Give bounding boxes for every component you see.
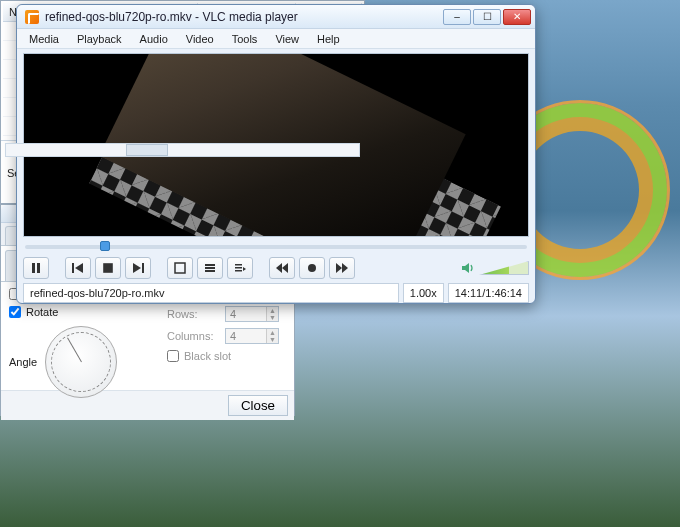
menu-media[interactable]: Media: [21, 31, 67, 47]
volume-control[interactable]: [461, 261, 529, 275]
chevron-up-icon[interactable]: ▲: [266, 307, 278, 314]
close-button[interactable]: ✕: [503, 9, 531, 25]
slower-button[interactable]: [269, 257, 295, 279]
svg-marker-16: [282, 263, 288, 273]
svg-rect-13: [235, 270, 242, 272]
window-title: refined-qos-blu720p-ro.mkv - VLC media p…: [45, 10, 437, 24]
svg-rect-12: [235, 267, 242, 269]
faster-button[interactable]: [329, 257, 355, 279]
svg-marker-15: [276, 263, 282, 273]
status-time[interactable]: 14:11/1:46:14: [448, 283, 529, 303]
angle-dial[interactable]: [45, 326, 117, 398]
svg-rect-10: [205, 270, 215, 272]
status-speed[interactable]: 1.00x: [403, 283, 444, 303]
vlc-icon: [25, 10, 39, 24]
menu-audio[interactable]: Audio: [132, 31, 176, 47]
svg-marker-18: [336, 263, 342, 273]
chevron-down-icon[interactable]: ▼: [266, 314, 278, 321]
prev-button[interactable]: [65, 257, 91, 279]
playlist-button[interactable]: [227, 257, 253, 279]
minimize-button[interactable]: –: [443, 9, 471, 25]
volume-icon: [461, 261, 475, 275]
fx-close-footer-button[interactable]: Close: [228, 395, 288, 416]
maximize-button[interactable]: ☐: [473, 9, 501, 25]
next-button[interactable]: [125, 257, 151, 279]
menu-video[interactable]: Video: [178, 31, 222, 47]
svg-point-17: [308, 264, 316, 272]
svg-rect-6: [142, 263, 144, 273]
menu-playback[interactable]: Playback: [69, 31, 130, 47]
svg-rect-4: [103, 263, 113, 273]
blackslot-checkbox[interactable]: Black slot: [167, 350, 286, 362]
svg-marker-20: [462, 263, 469, 273]
fullscreen-button[interactable]: [167, 257, 193, 279]
control-bar: [23, 255, 529, 281]
chevron-down-icon[interactable]: ▼: [266, 336, 278, 343]
rotate-checkbox[interactable]: Rotate: [9, 306, 159, 318]
extended-settings-button[interactable]: [197, 257, 223, 279]
pause-button[interactable]: [23, 257, 49, 279]
h-scrollbar-thumb[interactable]: [126, 144, 168, 156]
seek-thumb[interactable]: [100, 241, 110, 251]
svg-rect-9: [205, 267, 215, 269]
svg-rect-11: [235, 264, 242, 266]
status-filename: refined-qos-blu720p-ro.mkv: [23, 283, 399, 303]
record-button[interactable]: [299, 257, 325, 279]
volume-slider[interactable]: [479, 261, 529, 275]
h-scrollbar[interactable]: [5, 143, 360, 157]
svg-marker-14: [243, 267, 246, 271]
blackslot-label: Black slot: [184, 350, 231, 362]
svg-rect-1: [37, 263, 40, 273]
menu-tools[interactable]: Tools: [224, 31, 266, 47]
rotate-label: Rotate: [26, 306, 58, 318]
rows-label: Rows:: [167, 308, 219, 320]
menu-help[interactable]: Help: [309, 31, 348, 47]
svg-rect-8: [205, 264, 215, 266]
seek-bar[interactable]: [25, 241, 527, 253]
svg-rect-0: [32, 263, 35, 273]
chevron-up-icon[interactable]: ▲: [266, 329, 278, 336]
svg-marker-3: [75, 263, 83, 273]
rows-spinner[interactable]: 4▲▼: [225, 306, 279, 322]
cols-label: Columns:: [167, 330, 219, 342]
menu-bar: Media Playback Audio Video Tools View He…: [17, 29, 535, 49]
stop-button[interactable]: [95, 257, 121, 279]
cols-spinner[interactable]: 4▲▼: [225, 328, 279, 344]
angle-label: Angle: [9, 356, 37, 368]
menu-view[interactable]: View: [267, 31, 307, 47]
svg-rect-7: [175, 263, 185, 273]
svg-marker-19: [342, 263, 348, 273]
svg-rect-2: [72, 263, 74, 273]
svg-marker-5: [133, 263, 141, 273]
status-bar: refined-qos-blu720p-ro.mkv 1.00x 14:11/1…: [23, 283, 529, 303]
titlebar[interactable]: refined-qos-blu720p-ro.mkv - VLC media p…: [17, 5, 535, 29]
